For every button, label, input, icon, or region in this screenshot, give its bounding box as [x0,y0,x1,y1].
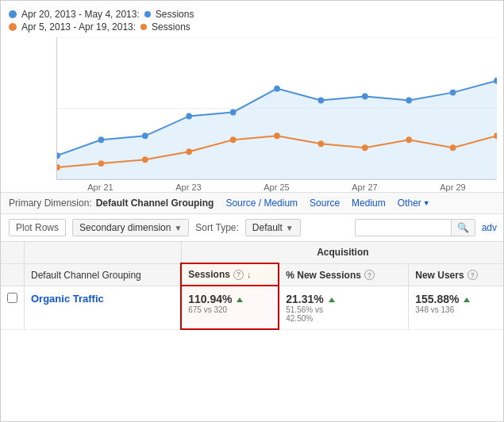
svg-point-24 [450,144,456,151]
svg-point-16 [98,160,105,167]
page-container: Apr 20, 2013 - May 4, 2013: Sessions Apr… [1,1,504,422]
row-checkbox[interactable] [1,286,25,329]
svg-point-8 [230,109,237,115]
pct-new-arrow [327,293,335,305]
primary-dimension-label: Primary Dimension: [9,198,92,209]
svg-point-20 [274,132,280,139]
sessions-pct-value: 110.94% [188,293,271,305]
svg-point-12 [406,98,412,104]
svg-point-11 [362,94,368,100]
svg-point-10 [318,98,325,104]
svg-point-21 [318,140,325,147]
svg-point-9 [274,86,280,92]
svg-point-23 [406,136,412,143]
organic-traffic-link[interactable]: Organic Traffic [31,293,104,305]
legend-session-dot2 [140,24,147,30]
pct-new-help-icon[interactable]: ? [364,270,375,280]
acquisition-section-header: Acquisition [181,242,504,263]
other-dropdown-arrow: ▼ [423,199,430,207]
x-label-5: Apr 29 [440,182,465,192]
plot-rows-button[interactable]: Plot Rows [9,219,66,236]
table-row: Organic Traffic 110.94% 675 vs 320 [1,286,504,329]
row-checkbox-input[interactable] [7,293,17,303]
dim-link-medium[interactable]: Medium [352,198,386,209]
table-area: Acquisition Default Channel Grouping Ses… [1,242,504,422]
svg-point-7 [186,113,192,119]
legend-item-period1: Apr 20, 2013 - May 4, 2013: Sessions [9,9,497,20]
dim-link-source-medium[interactable]: Source / Medium [225,198,298,209]
x-label-1: Apr 21 [87,182,113,192]
row-pct-new-cell: 21.31% 51.56% vs 42.50% [279,286,409,329]
x-axis-labels: Apr 21 Apr 23 Apr 25 Apr 27 Apr 29 [33,182,497,192]
advanced-link[interactable]: adv [482,222,497,233]
col-pct-new-sessions-header: % New Sessions ? [279,263,409,286]
dim-link-source[interactable]: Source [310,198,340,209]
sessions-sort-icon[interactable]: ↓ [247,270,252,279]
chart-svg [57,37,497,179]
legend-dot-orange [9,23,17,31]
sessions-up-arrow [235,293,243,305]
row-sessions-cell: 110.94% 675 vs 320 [181,286,279,329]
primary-dimension-bar: Primary Dimension: Default Channel Group… [1,192,504,214]
svg-point-5 [98,136,105,143]
col-checkbox-sub [1,263,25,286]
legend-session-dot [144,11,151,17]
pct-new-detail2: 42.50% [286,314,402,323]
pct-new-detail1: 51.56% vs [286,305,402,314]
search-input[interactable] [356,220,451,236]
x-label-4: Apr 27 [352,182,377,192]
svg-point-19 [230,136,237,143]
sessions-triangle [237,297,243,302]
toolbar-row: Plot Rows Secondary dimension ▼ Sort Typ… [1,214,504,242]
col-grouping-sub: Default Channel Grouping [25,263,182,286]
new-users-arrow [462,293,470,305]
svg-point-22 [362,144,368,151]
sort-type-arrow: ▼ [286,224,294,232]
col-checkbox-header [1,242,25,263]
svg-point-13 [450,90,456,96]
primary-dimension-active: Default Channel Grouping [96,198,214,209]
new-users-value: 155.88% [415,293,498,305]
search-box[interactable]: 🔍 [355,219,475,236]
dim-link-other[interactable]: Other ▼ [398,198,430,209]
sessions-help-icon[interactable]: ? [233,270,244,280]
secondary-dimension-arrow: ▼ [174,224,182,232]
new-users-detail: 348 vs 136 [415,305,498,314]
col-sessions-header: Sessions ? ↓ [181,263,279,286]
svg-marker-3 [57,81,497,179]
legend-dot-blue [9,10,17,18]
chart-area: Apr 20, 2013 - May 4, 2013: Sessions Apr… [1,1,504,192]
new-users-help-icon[interactable]: ? [467,270,478,280]
secondary-dimension-dropdown[interactable]: Secondary dimension ▼ [72,219,189,236]
row-new-users-cell: 155.88% 348 vs 136 [409,286,504,329]
pct-new-value: 21.31% [286,293,402,305]
svg-point-18 [186,148,192,155]
chart-legend: Apr 20, 2013 - May 4, 2013: Sessions Apr… [9,9,497,33]
legend-item-period2: Apr 5, 2013 - Apr 19, 2013: Sessions [9,21,497,33]
new-users-triangle [464,297,470,302]
sort-type-label: Sort Type: [195,222,238,233]
x-label-2: Apr 23 [175,182,201,192]
legend-period2-label: Apr 5, 2013 - Apr 19, 2013: [21,21,136,33]
search-button[interactable]: 🔍 [451,220,475,236]
legend-period1-metric: Sessions [156,9,194,20]
data-table: Acquisition Default Channel Grouping Ses… [1,242,504,330]
legend-period2-metric: Sessions [152,21,190,33]
col-new-users-header: New Users ? [409,263,504,286]
chart-svg-wrapper [56,37,497,180]
sort-type-dropdown[interactable]: Default ▼ [245,219,301,236]
x-label-3: Apr 25 [264,182,289,192]
legend-period1-label: Apr 20, 2013 - May 4, 2013: [21,9,140,20]
svg-point-6 [142,132,148,139]
row-grouping-name: Organic Traffic [25,286,182,329]
col-grouping-header [25,242,182,263]
sessions-detail: 675 vs 320 [188,305,271,314]
pct-new-triangle [329,297,335,302]
svg-point-17 [142,156,148,163]
